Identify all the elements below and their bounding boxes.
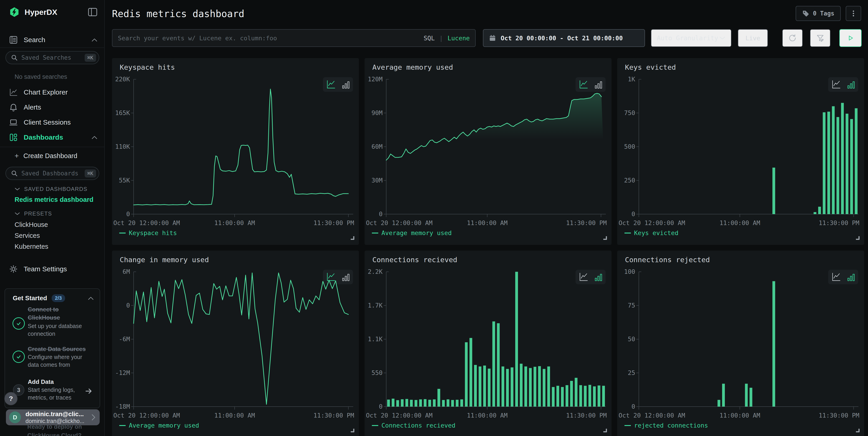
svg-text:0: 0	[379, 210, 382, 217]
collapse-sidebar-icon[interactable]	[88, 8, 97, 17]
divider	[0, 48, 104, 48]
legend-label: Connections recieved	[381, 422, 455, 429]
live-button[interactable]: Live	[738, 29, 768, 47]
svg-text:11:00:00 AM: 11:00:00 AM	[214, 220, 255, 226]
chart-legend[interactable]: Connections recieved	[372, 422, 455, 429]
svg-text:11:00:00 AM: 11:00:00 AM	[467, 412, 507, 419]
svg-text:1.7K: 1.7K	[368, 302, 383, 309]
chart-legend[interactable]: Keys evicted	[624, 229, 678, 236]
get-started-step-desc: Configure where your data comes from	[28, 353, 82, 369]
sidebar-item-client-sessions[interactable]: Client Sessions	[0, 115, 104, 130]
legend-label: Average memory used	[129, 422, 199, 429]
tags-button[interactable]: 0 Tags	[796, 6, 841, 21]
sidebar-item-dashboards[interactable]: Dashboards	[0, 130, 104, 145]
legend-label: rejected connections	[634, 422, 708, 429]
get-started-step-title[interactable]: Connect to ClickHouse	[28, 305, 60, 322]
sidebar: HyperDX Search Saved Searches ⌘K No save…	[0, 0, 105, 436]
sidebar-item-services[interactable]: Services	[14, 230, 40, 241]
svg-text:110K: 110K	[115, 143, 130, 150]
svg-text:550: 550	[371, 369, 382, 376]
legend-dash	[119, 233, 126, 233]
magnifier-icon	[11, 54, 18, 61]
svg-text:500: 500	[624, 143, 635, 150]
svg-text:120M: 120M	[368, 76, 382, 83]
cmd-k-shortcut: ⌘K	[85, 54, 96, 62]
lucene-mode-toggle[interactable]: Lucene	[447, 35, 470, 42]
date-range-picker[interactable]: Oct 20 00:00:00 - Oct 21 00:00:00	[483, 29, 645, 47]
legend-dash	[119, 425, 126, 426]
create-dashboard-button[interactable]: + Create Dashboard	[14, 151, 78, 161]
search-placeholder: Search your events w/ Lucene ex. column:…	[118, 35, 419, 42]
play-button[interactable]	[839, 29, 862, 47]
svg-text:220K: 220K	[115, 76, 130, 83]
svg-text:-12M: -12M	[115, 369, 130, 376]
avatar: D	[9, 411, 21, 423]
section-header-label: PRESETS	[24, 210, 52, 217]
sidebar-item-kubernetes[interactable]: Kubernetes	[14, 241, 48, 252]
legend-dash	[624, 425, 631, 426]
sidebar-item-team-settings[interactable]: Team Settings	[0, 262, 104, 277]
chart-plot: 120M90M60M30M0Oct 20 12:00:00 AM11:00:00…	[365, 58, 612, 245]
magnifier-icon	[11, 170, 18, 177]
svg-text:-6M: -6M	[119, 336, 130, 343]
svg-text:11:30:00 PM: 11:30:00 PM	[566, 220, 607, 226]
tags-label: 0 Tags	[813, 10, 834, 17]
chart-legend[interactable]: Keyspace hits	[119, 229, 177, 236]
get-started-header[interactable]: Get Started 2/3	[13, 294, 94, 302]
saved-dashboards-input[interactable]: Saved Dashboards ⌘K	[5, 167, 99, 180]
sidebar-item-clickhouse[interactable]: ClickHouse	[14, 219, 48, 230]
svg-text:0: 0	[126, 302, 130, 309]
chevron-right-icon	[91, 414, 96, 421]
granularity-select[interactable]: Auto Granularity	[651, 29, 732, 47]
chevron-up-icon	[88, 296, 94, 300]
presets-section[interactable]: PRESETS	[14, 210, 52, 218]
svg-text:250: 250	[624, 177, 635, 184]
svg-text:0: 0	[631, 210, 635, 217]
sql-mode-toggle[interactable]: SQL	[424, 35, 435, 42]
resize-handle[interactable]	[603, 236, 607, 240]
sidebar-item-redis-dashboard[interactable]: Redis metrics dashboard	[14, 194, 94, 205]
saved-dashboards-section[interactable]: SAVED DASHBOARDS	[14, 185, 87, 193]
chart-legend[interactable]: Average memory used	[372, 229, 452, 236]
sidebar-item-label: Search	[24, 36, 86, 44]
svg-text:750: 750	[624, 109, 635, 116]
date-range-value: Oct 20 00:00:00 - Oct 21 00:00:00	[501, 35, 623, 42]
svg-text:11:00:00 AM: 11:00:00 AM	[214, 412, 255, 419]
chart-panel: Average memory used 120M90M60M30M0Oct 20…	[365, 58, 612, 245]
user-menu[interactable]: D dominic.tran@clic... dominic.tran@clic…	[6, 409, 100, 425]
kebab-menu-button[interactable]	[846, 6, 861, 21]
create-dashboard-label: Create Dashboard	[24, 152, 78, 160]
sidebar-item-chart-explorer[interactable]: Chart Explorer	[0, 85, 104, 100]
resize-handle[interactable]	[856, 236, 860, 240]
svg-text:0: 0	[379, 403, 382, 410]
legend-dash	[624, 233, 631, 233]
sidebar-item-search[interactable]: Search	[0, 32, 104, 48]
svg-text:Oct 20 12:00:00 AM: Oct 20 12:00:00 AM	[113, 412, 180, 419]
chart-legend[interactable]: rejected connections	[624, 422, 708, 429]
chevron-down-icon	[14, 187, 20, 191]
saved-searches-input[interactable]: Saved Searches ⌘K	[5, 51, 99, 64]
svg-text:6M: 6M	[122, 268, 130, 275]
resize-handle[interactable]	[856, 429, 860, 432]
main-content: Redis metrics dashboard 0 Tags Search yo…	[105, 0, 868, 436]
sidebar-item-label: Team Settings	[24, 265, 97, 273]
tag-icon	[802, 10, 809, 17]
refresh-button[interactable]	[782, 29, 803, 47]
resize-handle[interactable]	[603, 429, 607, 432]
get-started-step-title[interactable]: Add Data	[28, 378, 54, 386]
filter-button[interactable]	[810, 29, 831, 47]
svg-text:90M: 90M	[371, 109, 382, 116]
resize-handle[interactable]	[351, 429, 354, 432]
bell-icon	[9, 103, 18, 112]
event-search-input[interactable]: Search your events w/ Lucene ex. column:…	[112, 29, 476, 47]
arrow-right-icon[interactable]	[85, 387, 92, 395]
sidebar-item-label: Client Sessions	[24, 118, 97, 126]
chart-legend[interactable]: Average memory used	[119, 422, 199, 429]
get-started-step-title[interactable]: Create Data Sources	[28, 345, 86, 353]
help-button[interactable]: ?	[4, 392, 18, 405]
legend-dash	[372, 425, 378, 426]
sidebar-item-alerts[interactable]: Alerts	[0, 100, 104, 115]
chart-panel: Keyspace hits 220K165K110K55K0Oct 20 12:…	[112, 58, 359, 245]
progress-badge: 2/3	[52, 294, 65, 302]
resize-handle[interactable]	[351, 236, 354, 240]
